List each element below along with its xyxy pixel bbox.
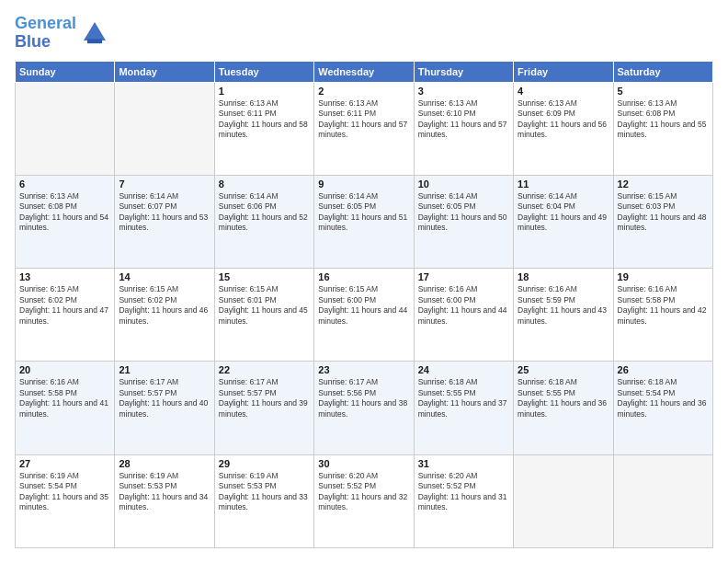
day-number: 23 — [318, 364, 409, 375]
day-info: Sunrise: 6:16 AM Sunset: 5:58 PM Dayligh… — [618, 284, 709, 327]
day-number: 24 — [418, 364, 509, 375]
calendar-cell: 29Sunrise: 6:19 AM Sunset: 5:53 PM Dayli… — [214, 454, 313, 547]
calendar-cell: 26Sunrise: 6:18 AM Sunset: 5:54 PM Dayli… — [613, 362, 712, 454]
calendar-cell: 21Sunrise: 6:17 AM Sunset: 5:57 PM Dayli… — [115, 362, 214, 454]
calendar-header-thursday: Thursday — [414, 61, 513, 82]
calendar-header-wednesday: Wednesday — [314, 61, 414, 82]
day-info: Sunrise: 6:13 AM Sunset: 6:08 PM Dayligh… — [618, 98, 709, 141]
day-number: 12 — [618, 178, 709, 190]
day-number: 30 — [318, 458, 409, 469]
calendar-cell: 5Sunrise: 6:13 AM Sunset: 6:08 PM Daylig… — [613, 82, 712, 175]
day-number: 9 — [318, 178, 409, 190]
day-number: 14 — [119, 271, 210, 282]
calendar-cell: 2Sunrise: 6:13 AM Sunset: 6:11 PM Daylig… — [314, 82, 414, 175]
day-number: 7 — [119, 178, 210, 190]
calendar-header-row: SundayMondayTuesdayWednesdayThursdayFrid… — [16, 61, 713, 82]
calendar-cell — [115, 82, 214, 175]
day-info: Sunrise: 6:16 AM Sunset: 5:58 PM Dayligh… — [19, 377, 110, 419]
calendar-cell: 7Sunrise: 6:14 AM Sunset: 6:07 PM Daylig… — [115, 175, 214, 268]
day-number: 13 — [19, 271, 110, 282]
calendar-header-sunday: Sunday — [16, 61, 115, 82]
day-info: Sunrise: 6:20 AM Sunset: 5:52 PM Dayligh… — [318, 471, 409, 513]
day-info: Sunrise: 6:15 AM Sunset: 6:01 PM Dayligh… — [219, 284, 310, 327]
calendar-cell — [613, 454, 712, 547]
day-info: Sunrise: 6:19 AM Sunset: 5:53 PM Dayligh… — [219, 471, 310, 513]
calendar-cell: 24Sunrise: 6:18 AM Sunset: 5:55 PM Dayli… — [414, 362, 513, 454]
calendar-cell: 9Sunrise: 6:14 AM Sunset: 6:05 PM Daylig… — [314, 175, 414, 268]
calendar-cell: 20Sunrise: 6:16 AM Sunset: 5:58 PM Dayli… — [16, 362, 115, 454]
header: General Blue — [15, 15, 713, 52]
day-info: Sunrise: 6:16 AM Sunset: 5:59 PM Dayligh… — [518, 284, 609, 327]
day-info: Sunrise: 6:20 AM Sunset: 5:52 PM Dayligh… — [418, 471, 509, 513]
calendar-cell: 4Sunrise: 6:13 AM Sunset: 6:09 PM Daylig… — [514, 82, 613, 175]
calendar-cell: 25Sunrise: 6:18 AM Sunset: 5:55 PM Dayli… — [514, 362, 613, 454]
day-number: 16 — [318, 271, 409, 282]
calendar-cell: 10Sunrise: 6:14 AM Sunset: 6:05 PM Dayli… — [414, 175, 513, 268]
calendar-cell: 30Sunrise: 6:20 AM Sunset: 5:52 PM Dayli… — [314, 454, 414, 547]
day-info: Sunrise: 6:13 AM Sunset: 6:08 PM Dayligh… — [19, 191, 110, 234]
day-info: Sunrise: 6:13 AM Sunset: 6:11 PM Dayligh… — [219, 98, 310, 141]
day-number: 3 — [418, 86, 509, 97]
calendar-table: SundayMondayTuesdayWednesdayThursdayFrid… — [15, 61, 713, 548]
day-number: 25 — [518, 364, 609, 375]
calendar-cell: 19Sunrise: 6:16 AM Sunset: 5:58 PM Dayli… — [613, 269, 712, 362]
calendar-week-row: 6Sunrise: 6:13 AM Sunset: 6:08 PM Daylig… — [16, 175, 713, 268]
calendar-cell: 27Sunrise: 6:19 AM Sunset: 5:54 PM Dayli… — [16, 454, 115, 547]
calendar-week-row: 13Sunrise: 6:15 AM Sunset: 6:02 PM Dayli… — [16, 269, 713, 362]
day-info: Sunrise: 6:17 AM Sunset: 5:57 PM Dayligh… — [219, 377, 310, 419]
logo-text2: Blue — [15, 33, 76, 52]
calendar-page: General Blue SundayMondayTuesdayWednesda… — [0, 0, 728, 563]
day-number: 5 — [618, 86, 709, 97]
day-info: Sunrise: 6:13 AM Sunset: 6:10 PM Dayligh… — [418, 98, 509, 141]
calendar-week-row: 20Sunrise: 6:16 AM Sunset: 5:58 PM Dayli… — [16, 362, 713, 454]
calendar-cell: 14Sunrise: 6:15 AM Sunset: 6:02 PM Dayli… — [115, 269, 214, 362]
day-info: Sunrise: 6:15 AM Sunset: 6:00 PM Dayligh… — [318, 284, 409, 327]
calendar-header-tuesday: Tuesday — [214, 61, 313, 82]
calendar-cell: 16Sunrise: 6:15 AM Sunset: 6:00 PM Dayli… — [314, 269, 414, 362]
day-number: 1 — [219, 86, 310, 97]
calendar-cell: 31Sunrise: 6:20 AM Sunset: 5:52 PM Dayli… — [414, 454, 513, 547]
calendar-cell: 15Sunrise: 6:15 AM Sunset: 6:01 PM Dayli… — [214, 269, 313, 362]
day-number: 11 — [518, 178, 609, 190]
day-number: 26 — [618, 364, 709, 375]
day-number: 2 — [318, 86, 409, 97]
calendar-header-monday: Monday — [115, 61, 214, 82]
calendar-cell: 6Sunrise: 6:13 AM Sunset: 6:08 PM Daylig… — [16, 175, 115, 268]
calendar-cell: 1Sunrise: 6:13 AM Sunset: 6:11 PM Daylig… — [214, 82, 313, 175]
day-info: Sunrise: 6:13 AM Sunset: 6:11 PM Dayligh… — [318, 98, 409, 141]
calendar-week-row: 1Sunrise: 6:13 AM Sunset: 6:11 PM Daylig… — [16, 82, 713, 175]
day-info: Sunrise: 6:14 AM Sunset: 6:04 PM Dayligh… — [518, 191, 609, 234]
day-number: 22 — [219, 364, 310, 375]
calendar-cell: 22Sunrise: 6:17 AM Sunset: 5:57 PM Dayli… — [214, 362, 313, 454]
calendar-cell — [514, 454, 613, 547]
svg-marker-0 — [84, 22, 106, 40]
day-number: 6 — [19, 178, 110, 190]
calendar-cell: 18Sunrise: 6:16 AM Sunset: 5:59 PM Dayli… — [514, 269, 613, 362]
calendar-header-friday: Friday — [514, 61, 613, 82]
day-info: Sunrise: 6:19 AM Sunset: 5:54 PM Dayligh… — [19, 471, 110, 513]
day-number: 17 — [418, 271, 509, 282]
day-number: 4 — [518, 86, 609, 97]
calendar-cell: 8Sunrise: 6:14 AM Sunset: 6:06 PM Daylig… — [214, 175, 313, 268]
day-number: 10 — [418, 178, 509, 190]
day-info: Sunrise: 6:14 AM Sunset: 6:05 PM Dayligh… — [318, 191, 409, 234]
calendar-cell: 23Sunrise: 6:17 AM Sunset: 5:56 PM Dayli… — [314, 362, 414, 454]
calendar-week-row: 27Sunrise: 6:19 AM Sunset: 5:54 PM Dayli… — [16, 454, 713, 547]
day-info: Sunrise: 6:18 AM Sunset: 5:54 PM Dayligh… — [618, 377, 709, 419]
day-info: Sunrise: 6:15 AM Sunset: 6:03 PM Dayligh… — [618, 191, 709, 234]
day-info: Sunrise: 6:17 AM Sunset: 5:57 PM Dayligh… — [119, 377, 210, 419]
day-info: Sunrise: 6:14 AM Sunset: 6:06 PM Dayligh… — [219, 191, 310, 234]
day-number: 8 — [219, 178, 310, 190]
logo-icon — [80, 18, 109, 48]
day-info: Sunrise: 6:14 AM Sunset: 6:05 PM Dayligh… — [418, 191, 509, 234]
calendar-cell: 3Sunrise: 6:13 AM Sunset: 6:10 PM Daylig… — [414, 82, 513, 175]
day-number: 29 — [219, 458, 310, 469]
day-number: 21 — [119, 364, 210, 375]
day-info: Sunrise: 6:13 AM Sunset: 6:09 PM Dayligh… — [518, 98, 609, 141]
day-number: 28 — [119, 458, 210, 469]
day-info: Sunrise: 6:19 AM Sunset: 5:53 PM Dayligh… — [119, 471, 210, 513]
logo-text: General — [15, 15, 76, 33]
day-number: 20 — [19, 364, 110, 375]
day-number: 31 — [418, 458, 509, 469]
day-info: Sunrise: 6:17 AM Sunset: 5:56 PM Dayligh… — [318, 377, 409, 419]
